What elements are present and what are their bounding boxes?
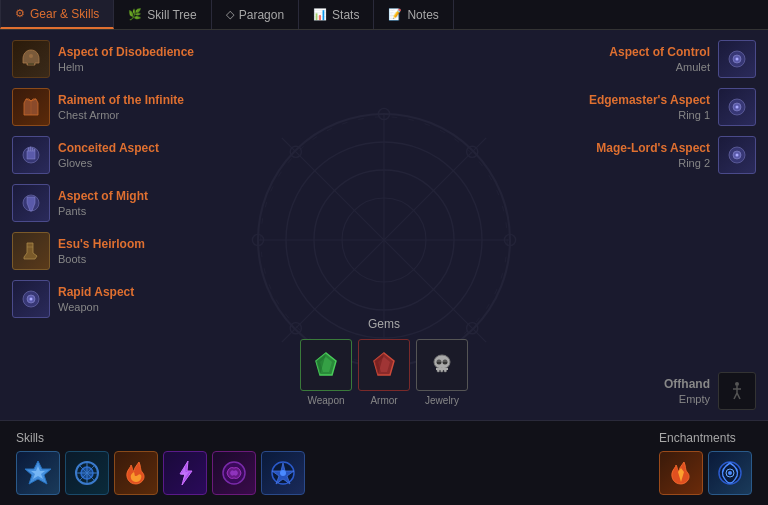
nav-gear-skills[interactable]: ⚙ Gear & Skills	[0, 0, 114, 29]
svg-point-43	[736, 106, 739, 109]
helm-slot-label: Helm	[58, 61, 194, 73]
boots-info: Esu's Heirloom Boots	[58, 237, 145, 265]
helm-icon	[12, 40, 50, 78]
weapon-gem-label: Weapon	[307, 395, 344, 406]
chest-icon	[12, 88, 50, 126]
pants-info: Aspect of Might Pants	[58, 189, 148, 217]
skill-4[interactable]	[163, 451, 207, 495]
chest-info: Raiment of the Infinite Chest Armor	[58, 93, 184, 121]
center-column: Gems Weapon	[210, 36, 558, 414]
skill-2[interactable]	[65, 451, 109, 495]
offhand-sub-label: Empty	[664, 393, 710, 405]
svg-point-65	[728, 471, 732, 475]
paragon-icon: ◇	[226, 8, 234, 21]
amulet-name: Aspect of Control	[609, 45, 710, 61]
svg-point-17	[29, 54, 33, 58]
svg-point-24	[30, 298, 33, 301]
ring2-slot-label: Ring 2	[596, 157, 710, 169]
ring2-name: Mage-Lord's Aspect	[596, 141, 710, 157]
gems-row: Weapon Armor	[300, 339, 468, 406]
jewelry-gem[interactable]: Jewelry	[416, 339, 468, 406]
amulet-info: Aspect of Control Amulet	[609, 45, 710, 73]
svg-point-46	[736, 154, 739, 157]
armor-gem[interactable]: Armor	[358, 339, 410, 406]
weapon-icon	[12, 280, 50, 318]
ring1-info: Edgemaster's Aspect Ring 1	[589, 93, 710, 121]
jewelry-gem-icon	[416, 339, 468, 391]
nav-stats[interactable]: 📊 Stats	[299, 0, 374, 29]
enchant-1[interactable]	[659, 451, 703, 495]
skills-section: Skills	[16, 431, 305, 495]
amulet-icon	[718, 40, 756, 78]
skill-6[interactable]	[261, 451, 305, 495]
pants-slot-label: Pants	[58, 205, 148, 217]
chest-name: Raiment of the Infinite	[58, 93, 184, 109]
stats-icon: 📊	[313, 8, 327, 21]
ring1-slot-label: Ring 1	[589, 109, 710, 121]
weapon-name: Rapid Aspect	[58, 285, 134, 301]
boots-name: Esu's Heirloom	[58, 237, 145, 253]
skill-1[interactable]	[16, 451, 60, 495]
gloves-icon	[12, 136, 50, 174]
ring2-info: Mage-Lord's Aspect Ring 2	[596, 141, 710, 169]
svg-point-47	[735, 382, 739, 386]
gloves-info: Conceited Aspect Gloves	[58, 141, 159, 169]
weapon-slot[interactable]: Rapid Aspect Weapon	[6, 276, 204, 322]
main-content: Aspect of Disobedience Helm Raiment of t…	[0, 30, 768, 505]
svg-point-40	[736, 58, 739, 61]
gloves-slot[interactable]: Conceited Aspect Gloves	[6, 132, 204, 178]
gems-section: Gems Weapon	[300, 317, 468, 406]
ring1-name: Edgemaster's Aspect	[589, 93, 710, 109]
boots-slot[interactable]: Esu's Heirloom Boots	[6, 228, 204, 274]
gems-label: Gems	[368, 317, 400, 331]
nav-notes[interactable]: 📝 Notes	[374, 0, 453, 29]
nav-paragon[interactable]: ◇ Paragon	[212, 0, 299, 29]
nav-bar: ⚙ Gear & Skills 🌿 Skill Tree ◇ Paragon 📊…	[0, 0, 768, 30]
skill-5[interactable]	[212, 451, 256, 495]
nav-skill-tree[interactable]: 🌿 Skill Tree	[114, 0, 211, 29]
ring1-icon	[718, 88, 756, 126]
helm-info: Aspect of Disobedience Helm	[58, 45, 194, 73]
nav-notes-label: Notes	[407, 8, 438, 22]
gloves-slot-label: Gloves	[58, 157, 159, 169]
enchant-2[interactable]	[708, 451, 752, 495]
pants-slot[interactable]: Aspect of Might Pants	[6, 180, 204, 226]
helm-name: Aspect of Disobedience	[58, 45, 194, 61]
ring1-slot[interactable]: Edgemaster's Aspect Ring 1	[583, 84, 762, 130]
amulet-slot-label: Amulet	[609, 61, 710, 73]
left-gear-column: Aspect of Disobedience Helm Raiment of t…	[0, 36, 210, 414]
boots-icon	[12, 232, 50, 270]
skill-tree-icon: 🌿	[128, 8, 142, 21]
gloves-name: Conceited Aspect	[58, 141, 159, 157]
right-gear-column: Aspect of Control Amulet Edgemaster's As…	[558, 36, 768, 414]
helm-slot[interactable]: Aspect of Disobedience Helm	[6, 36, 204, 82]
notes-icon: 📝	[388, 8, 402, 21]
svg-point-62	[280, 470, 286, 476]
offhand-label: Offhand	[664, 377, 710, 393]
bottom-area: Skills	[0, 420, 768, 505]
boots-slot-label: Boots	[58, 253, 145, 265]
weapon-gem[interactable]: Weapon	[300, 339, 352, 406]
enchantments-label: Enchantments	[659, 431, 752, 445]
amulet-slot[interactable]: Aspect of Control Amulet	[603, 36, 762, 82]
offhand-info: Offhand Empty	[664, 377, 710, 405]
svg-line-51	[737, 393, 740, 399]
chest-slot-label: Chest Armor	[58, 109, 184, 121]
armor-gem-label: Armor	[370, 395, 397, 406]
offhand-icon	[718, 372, 756, 410]
svg-rect-37	[436, 368, 448, 370]
nav-gear-skills-label: Gear & Skills	[30, 7, 99, 21]
jewelry-gem-label: Jewelry	[425, 395, 459, 406]
gear-area: Aspect of Disobedience Helm Raiment of t…	[0, 30, 768, 420]
enchantments-section: Enchantments	[659, 431, 752, 495]
ring2-slot[interactable]: Mage-Lord's Aspect Ring 2	[590, 132, 762, 178]
enchantments-row	[659, 451, 752, 495]
weapon-slot-label: Weapon	[58, 301, 134, 313]
ring2-icon	[718, 136, 756, 174]
nav-stats-label: Stats	[332, 8, 359, 22]
offhand-slot[interactable]: Offhand Empty	[658, 368, 762, 414]
chest-slot[interactable]: Raiment of the Infinite Chest Armor	[6, 84, 204, 130]
skill-3[interactable]	[114, 451, 158, 495]
pants-icon	[12, 184, 50, 222]
armor-gem-icon	[358, 339, 410, 391]
